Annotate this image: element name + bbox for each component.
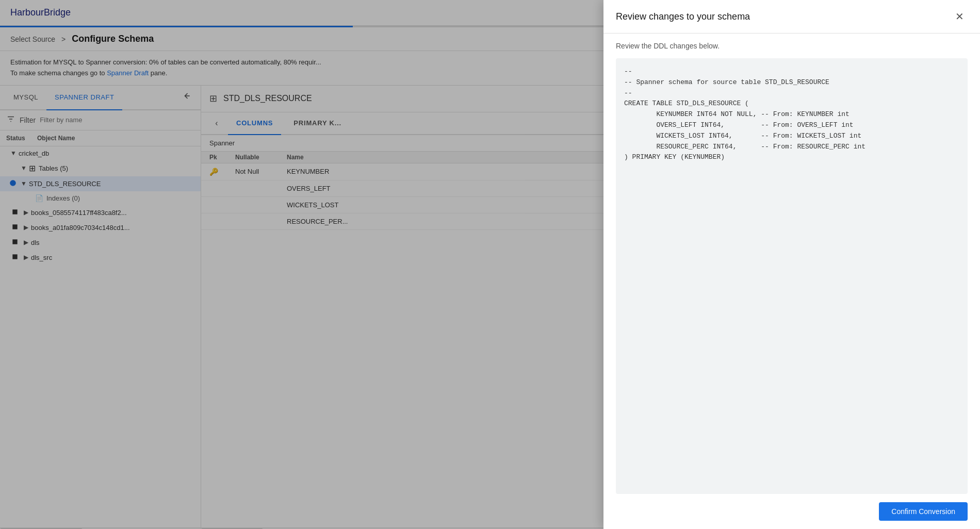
modal-subtitle: Review the DDL changes below. — [603, 34, 980, 58]
modal-title: Review changes to your schema — [616, 11, 750, 22]
confirm-conversion-button[interactable]: Confirm Conversion — [879, 502, 968, 521]
modal-header: Review changes to your schema ✕ — [603, 0, 980, 34]
modal-overlay: Review changes to your schema ✕ Review t… — [0, 0, 980, 529]
modal-footer: Confirm Conversion — [603, 494, 980, 529]
modal-code-area: -- -- Spanner schema for source table ST… — [616, 58, 968, 494]
modal-close-button[interactable]: ✕ — [951, 8, 968, 25]
modal-panel: Review changes to your schema ✕ Review t… — [603, 0, 980, 529]
